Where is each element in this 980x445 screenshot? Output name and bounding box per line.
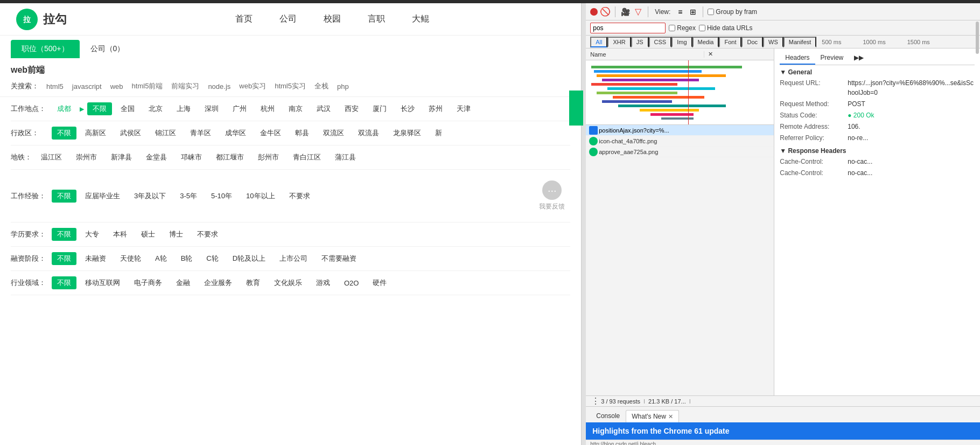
filter-ind-edu[interactable]: 教育 (241, 276, 265, 289)
filter-fund-c[interactable]: C轮 (201, 252, 223, 265)
whats-new-tab[interactable]: What's New ✕ (626, 410, 679, 422)
filter-fund-b[interactable]: B轮 (176, 252, 198, 265)
scrollbar-thumb[interactable] (976, 48, 979, 54)
filter-exp-10[interactable]: 10年以上 (241, 190, 280, 203)
nav-company[interactable]: 公司 (279, 13, 297, 25)
tab-more[interactable]: ▶▶ (849, 52, 869, 65)
filter-edu-doctor[interactable]: 博士 (164, 228, 188, 241)
filter-exp-3[interactable]: 3年及以下 (129, 190, 171, 203)
regex-label[interactable]: Regex (669, 24, 696, 32)
feedback-button[interactable]: ··· 我要反馈 (534, 175, 570, 217)
filter-exp-3-5[interactable]: 3-5年 (174, 190, 202, 203)
related-tag-1[interactable]: javascript (69, 82, 105, 91)
filter-sub-xinjin[interactable]: 新津县 (106, 151, 137, 164)
type-media-button[interactable]: Media (692, 37, 719, 47)
filter-dist-nolimit[interactable]: 不限 (52, 127, 76, 140)
group-by-frame-checkbox[interactable] (708, 9, 714, 15)
filter-loc-shenzhen[interactable]: 深圳 (199, 102, 224, 115)
type-ws-button[interactable]: WS (763, 37, 783, 47)
tab-companies[interactable]: 公司（0） (80, 40, 136, 58)
filter-loc-tianjin[interactable]: 天津 (451, 102, 476, 115)
nav-campus[interactable]: 校园 (324, 13, 341, 25)
filter-loc-wuhan[interactable]: 武汉 (311, 102, 336, 115)
view-list-icon[interactable]: ≡ (675, 6, 685, 17)
related-tag-8[interactable]: 全栈 (311, 81, 332, 91)
filter-sub-dujiangyan[interactable]: 都江堰市 (211, 151, 249, 164)
filter-sub-chongzhou[interactable]: 崇州市 (71, 151, 102, 164)
filter-fund-a[interactable]: A轮 (150, 252, 172, 265)
filter-loc-hangzhou[interactable]: 杭州 (255, 102, 280, 115)
filter-loc-shanghai[interactable]: 上海 (171, 102, 196, 115)
whats-new-close-icon[interactable]: ✕ (668, 413, 673, 420)
hide-data-urls-label[interactable]: Hide data URLs (699, 24, 753, 32)
filter-input[interactable] (590, 23, 666, 33)
filter-dist-shuangliu-x[interactable]: 双流县 (353, 127, 384, 140)
network-item-0[interactable]: positionAjax.json?city=%... (586, 125, 774, 136)
related-tag-5[interactable]: node.js (205, 82, 234, 91)
nav-yanzhao[interactable]: 言职 (368, 13, 385, 25)
filter-loc-nolimit[interactable]: 不限 (87, 102, 112, 115)
filter-sub-wenjiang[interactable]: 温江区 (36, 151, 67, 164)
filter-fund-nolimit[interactable]: 不限 (52, 252, 76, 265)
filter-loc-xian[interactable]: 西安 (339, 102, 364, 115)
filter-dist-pixian[interactable]: 郫县 (290, 127, 314, 140)
filter-fund-noneed[interactable]: 不需要融资 (316, 252, 362, 265)
filter-fund-d[interactable]: D轮及以上 (227, 252, 271, 265)
filter-ind-mobile[interactable]: 移动互联网 (80, 276, 125, 289)
filter-edu-none[interactable]: 不要求 (192, 228, 223, 241)
filter-dist-longquan[interactable]: 龙泉驿区 (388, 127, 426, 140)
type-manifest-button[interactable]: Manifest (783, 37, 817, 47)
related-tag-7[interactable]: html5实习 (271, 81, 309, 91)
filter-ind-o2o[interactable]: O2O (339, 277, 364, 289)
filter-sub-jintang[interactable]: 金堂县 (141, 151, 172, 164)
filter-loc-guangzhou[interactable]: 广州 (227, 102, 252, 115)
nav-dakun[interactable]: 大鲲 (412, 13, 429, 25)
network-item-2[interactable]: approve_aae725a.png (586, 147, 774, 157)
type-doc-button[interactable]: Doc (741, 37, 763, 47)
network-item-1[interactable]: icon-chat_4a70ffc.png (586, 136, 774, 147)
filter-sub-qingbaijiang[interactable]: 青白江区 (288, 151, 326, 164)
filter-edu-college[interactable]: 大专 (80, 228, 104, 241)
tab-preview[interactable]: Preview (815, 52, 849, 65)
type-xhr-button[interactable]: XHR (607, 37, 631, 47)
console-tab[interactable]: Console (590, 409, 626, 422)
filter-loc-changsha[interactable]: 长沙 (395, 102, 420, 115)
hide-data-urls-checkbox[interactable] (699, 25, 705, 31)
filter-exp-nolimit[interactable]: 不限 (52, 190, 76, 203)
filter-city-chengdu[interactable]: 成都 (52, 102, 76, 115)
filter-dist-gaoxin[interactable]: 高新区 (80, 127, 111, 140)
type-img-button[interactable]: Img (671, 37, 692, 47)
filter-sub-pengzhou[interactable]: 彭州市 (253, 151, 284, 164)
regex-checkbox[interactable] (669, 25, 675, 31)
filter-loc-suzhou[interactable]: 苏州 (423, 102, 448, 115)
type-js-button[interactable]: JS (631, 37, 649, 47)
filter-ind-culture[interactable]: 文化娱乐 (269, 276, 307, 289)
filter-ind-game[interactable]: 游戏 (311, 276, 335, 289)
filter-toggle-button[interactable]: ▽ (633, 6, 643, 17)
filter-dist-qingyang[interactable]: 青羊区 (185, 127, 216, 140)
type-font-button[interactable]: Font (719, 37, 741, 47)
three-dots-icon[interactable]: ⋮ (590, 396, 601, 407)
filter-fund-listed[interactable]: 上市公司 (274, 252, 313, 265)
type-css-button[interactable]: CSS (649, 37, 672, 47)
related-tag-9[interactable]: php (334, 82, 352, 91)
filter-exp-5-10[interactable]: 5-10年 (206, 190, 237, 203)
filter-ind-hardware[interactable]: 硬件 (367, 276, 392, 289)
group-by-frame-label[interactable]: Group by fram (708, 8, 757, 16)
filter-dist-more[interactable]: 新 (430, 127, 447, 140)
filter-sub-qionglai[interactable]: 邛崃市 (176, 151, 207, 164)
tab-positions[interactable]: 职位（500+） (11, 40, 80, 58)
related-tag-3[interactable]: html5前端 (129, 81, 166, 91)
related-tag-0[interactable]: html5 (43, 82, 67, 91)
filter-fund-angel[interactable]: 天使轮 (115, 252, 146, 265)
record-button[interactable] (590, 8, 598, 16)
tab-headers[interactable]: Headers (780, 52, 815, 65)
view-tree-icon[interactable]: ⊞ (688, 6, 698, 17)
filter-dist-wuhou[interactable]: 武侯区 (115, 127, 146, 140)
camera-button[interactable]: 🎥 (620, 6, 631, 17)
related-tag-2[interactable]: web (107, 82, 127, 91)
filter-ind-nolimit[interactable]: 不限 (52, 276, 76, 289)
stop-button[interactable]: 🚫 (600, 6, 611, 17)
filter-exp-fresh[interactable]: 应届毕业生 (80, 190, 125, 203)
header-close[interactable]: ✕ (704, 51, 716, 58)
